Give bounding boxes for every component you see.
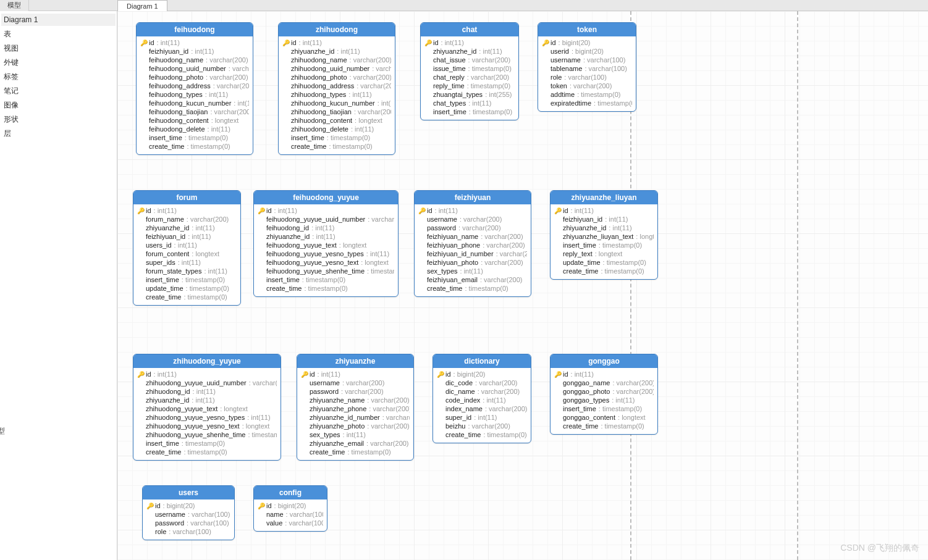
column[interactable]: sex_types: int(11) [418, 267, 527, 275]
column[interactable]: super_ids: int(11) [137, 258, 237, 267]
column[interactable]: tablename: varchar(100) [542, 64, 632, 73]
entity-header-config[interactable]: config [254, 486, 327, 499]
column[interactable]: zhiyuanzhe_email: varchar(200) [301, 439, 410, 448]
column[interactable]: insert_time: timestamp(0) [137, 439, 277, 448]
column[interactable]: 🔑id: int(11) [301, 370, 410, 378]
column[interactable]: zhihuodong_tiaojian: varchar(200) [282, 107, 391, 116]
column[interactable]: 🔑id: int(11) [137, 206, 237, 215]
column[interactable]: 🔑id: int(11) [258, 206, 394, 215]
entity-users[interactable]: users🔑id: bigint(20)username: varchar(10… [142, 485, 235, 540]
column[interactable]: password: varchar(100) [146, 519, 230, 527]
column[interactable]: 🔑id: bigint(20) [542, 38, 632, 47]
diagram-canvas[interactable]: feihuodong🔑id: int(11)feizhiyuan_id: int… [117, 11, 928, 560]
column[interactable]: feihuodong_yuyue_shenhe_time: timestamp(… [258, 267, 394, 275]
column[interactable]: gonggao_types: int(11) [554, 396, 654, 404]
column[interactable]: zhihuodong_photo: varchar(200) [282, 73, 391, 81]
sidebar-item-4[interactable]: 笔记 [1, 84, 116, 98]
entity-header-zhihuodong[interactable]: zhihuodong [279, 23, 395, 36]
column[interactable]: 🔑id: int(11) [140, 38, 249, 47]
column[interactable]: feizhiyuan_email: varchar(200) [418, 275, 527, 284]
column[interactable]: feihuodong_name: varchar(200) [140, 56, 249, 64]
entity-zhihuodong[interactable]: zhihuodong🔑id: int(11)zhiyuanzhe_id: int… [278, 22, 395, 155]
entity-header-chat[interactable]: chat [421, 23, 518, 36]
entity-feizhiyuan[interactable]: feizhiyuan🔑id: int(11)username: varchar(… [414, 190, 531, 297]
column[interactable]: index_name: varchar(200) [437, 404, 527, 413]
column[interactable]: create_time: timestamp(0) [418, 284, 527, 293]
column[interactable]: create_time: timestamp(0) [554, 422, 654, 430]
column[interactable]: password: varchar(200) [301, 387, 410, 396]
column[interactable]: zhihuodong_id: int(11) [137, 387, 277, 396]
column[interactable]: update_time: timestamp(0) [137, 284, 237, 293]
column[interactable]: insert_time: timestamp(0) [137, 275, 237, 284]
sidebar-item-1[interactable]: 视图 [1, 41, 116, 56]
column[interactable]: feizhiyuan_phone: varchar(200) [418, 241, 527, 249]
column[interactable]: feihuodong_tiaojian: varchar(200) [140, 107, 249, 116]
column[interactable]: name: varchar(100) [258, 510, 323, 519]
column[interactable]: insert_time: timestamp(0) [140, 133, 249, 142]
column[interactable]: zhiyuanzhe_id: int(11) [137, 224, 237, 232]
column[interactable]: value: varchar(100) [258, 519, 323, 527]
column[interactable]: password: varchar(200) [418, 224, 527, 232]
entity-header-gonggao[interactable]: gonggao [550, 354, 657, 368]
column[interactable]: token: varchar(200) [542, 81, 632, 90]
entity-header-feizhiyuan[interactable]: feizhiyuan [415, 191, 531, 204]
column[interactable]: feihuodong_delete: int(11) [140, 125, 249, 133]
column[interactable]: feizhiyuan_id: int(11) [554, 215, 654, 224]
column[interactable]: zhihuodong_kucun_number: int(11) [282, 99, 391, 107]
column[interactable]: feizhiyuan_id_number: varchar(200) [418, 249, 527, 258]
column[interactable]: create_time: timestamp(0) [437, 430, 527, 439]
column[interactable]: zhihuodong_uuid_number: varchar(200) [282, 64, 391, 73]
column[interactable]: feihuodong_id: int(11) [258, 224, 394, 232]
column[interactable]: create_time: timestamp(0) [140, 142, 249, 151]
column[interactable]: role: varchar(100) [542, 73, 632, 81]
column[interactable]: insert_time: timestamp(0) [282, 133, 391, 142]
column[interactable]: feihuodong_yuyue_uuid_number: varchar(20… [258, 215, 394, 224]
column[interactable]: zhihuodong_yuyue_uuid_number: varchar(20… [137, 378, 277, 387]
column[interactable]: insert_time: timestamp(0) [554, 241, 654, 249]
column[interactable]: beizhu: varchar(200) [437, 422, 527, 430]
entity-token[interactable]: token🔑id: bigint(20)userid: bigint(20)us… [538, 22, 636, 112]
column[interactable]: zhiyuanzhe_id_number: varchar(200) [301, 413, 410, 422]
column[interactable]: zhiyuanzhe_id: int(11) [424, 47, 515, 56]
entity-feihuodong[interactable]: feihuodong🔑id: int(11)feizhiyuan_id: int… [136, 22, 253, 155]
column[interactable]: forum_name: varchar(200) [137, 215, 237, 224]
column[interactable]: zhihuodong_address: varchar(200) [282, 81, 391, 90]
column[interactable]: insert_time: timestamp(0) [424, 107, 515, 116]
sidebar-item-7[interactable]: 层 [1, 127, 116, 141]
entity-header-feihuodong[interactable]: feihuodong [137, 23, 253, 36]
entity-header-forum[interactable]: forum [133, 191, 240, 204]
entity-zhiyuanzhe[interactable]: zhiyuanzhe🔑id: int(11)username: varchar(… [297, 354, 414, 461]
entity-forum[interactable]: forum🔑id: int(11)forum_name: varchar(200… [133, 190, 241, 306]
column[interactable]: username: varchar(200) [301, 378, 410, 387]
entity-header-zhiyuanzhe_liuyan[interactable]: zhiyuanzhe_liuyan [550, 191, 657, 204]
column[interactable]: feihuodong_yuyue_yesno_types: int(11) [258, 249, 394, 258]
column[interactable]: dic_code: varchar(200) [437, 378, 527, 387]
column[interactable]: zhuangtai_types: int(255) [424, 90, 515, 99]
column[interactable]: create_time: timestamp(0) [282, 142, 391, 151]
column[interactable]: feihuodong_types: int(11) [140, 90, 249, 99]
column[interactable]: create_time: timestamp(0) [137, 293, 237, 301]
column[interactable]: feihuodong_photo: varchar(200) [140, 73, 249, 81]
entity-header-feihuodong_yuyue[interactable]: feihuodong_yuyue [254, 191, 398, 204]
menu-model[interactable]: 模型 [0, 0, 29, 11]
entity-header-zhiyuanzhe[interactable]: zhiyuanzhe [297, 354, 413, 368]
column[interactable]: username: varchar(100) [542, 56, 632, 64]
column[interactable]: create_time: timestamp(0) [137, 448, 277, 456]
entity-feihuodong_yuyue[interactable]: feihuodong_yuyue🔑id: int(11)feihuodong_y… [253, 190, 399, 297]
column[interactable]: zhihuodong_content: longtext [282, 116, 391, 125]
entity-gonggao[interactable]: gonggao🔑id: int(11)gonggao_name: varchar… [550, 354, 658, 435]
column[interactable]: zhihuodong_types: int(11) [282, 90, 391, 99]
sidebar-item-3[interactable]: 标签 [1, 70, 116, 84]
column[interactable]: create_time: timestamp(0) [258, 284, 394, 293]
column[interactable]: 🔑id: bigint(20) [258, 501, 323, 510]
column[interactable]: 🔑id: int(11) [137, 370, 277, 378]
column[interactable]: feizhiyuan_photo: varchar(200) [418, 258, 527, 267]
column[interactable]: dic_name: varchar(200) [437, 387, 527, 396]
column[interactable]: zhiyuanzhe_id: int(11) [282, 47, 391, 56]
entity-zhiyuanzhe_liuyan[interactable]: zhiyuanzhe_liuyan🔑id: int(11)feizhiyuan_… [550, 190, 658, 280]
column[interactable]: feizhiyuan_id: int(11) [140, 47, 249, 56]
column[interactable]: chat_issue: varchar(200) [424, 56, 515, 64]
column[interactable]: 🔑id: int(11) [424, 38, 515, 47]
sidebar-item-6[interactable]: 形状 [1, 112, 116, 127]
column[interactable]: chat_types: int(11) [424, 99, 515, 107]
